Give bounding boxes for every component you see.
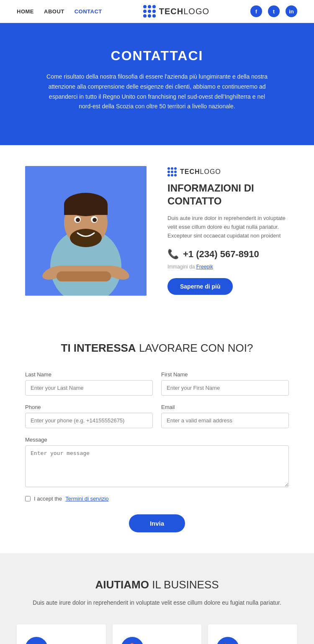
instagram-icon[interactable]: in (286, 5, 297, 17)
svg-point-10 (93, 218, 97, 222)
phone-input[interactable] (25, 413, 153, 428)
hero-title: CONTATTACI (42, 48, 272, 64)
contact-logo-dots (167, 167, 177, 176)
checkbox-text: I accept the (34, 496, 62, 502)
business-desc: Duis aute irure dolor in reprehenderit i… (17, 598, 297, 607)
nav-about[interactable]: ABOUT (44, 8, 64, 15)
social-icons: f t in (250, 5, 297, 17)
freepik-link[interactable]: Freepik (196, 264, 213, 270)
svg-point-6 (70, 229, 102, 247)
person-svg (25, 166, 147, 296)
svg-point-9 (76, 218, 80, 222)
business-section: AIUTIAMO IL BUSINESS Duis aute irure dol… (0, 553, 314, 644)
svg-rect-5 (64, 204, 108, 215)
navbar: HOME ABOUT CONTACT TECHLOGO f t in (0, 0, 314, 23)
email-input[interactable] (161, 413, 289, 428)
submit-button[interactable]: Invia (129, 514, 185, 532)
message-group: Message (25, 437, 289, 487)
image-credit: Immagini da Freepik (167, 264, 289, 270)
logo-text: TECHLOGO (159, 7, 209, 16)
terms-link[interactable]: Termini di servizio (65, 496, 108, 502)
svg-rect-14 (57, 271, 111, 281)
nav-home[interactable]: HOME (17, 8, 34, 15)
form-title: TI INTERESSA LAVORARE CON NOI? (25, 342, 289, 355)
nav-contact[interactable]: CONTACT (75, 8, 102, 15)
contact-details: TECHLOGO INFORMAZIONI DI CONTATTO Duis a… (167, 167, 289, 295)
facebook-icon[interactable]: f (250, 5, 262, 17)
hero-section: CONTATTACI Come risultato della nostra f… (0, 23, 314, 145)
first-name-group: First Name (161, 371, 289, 396)
location-card-icon: 📍 (121, 637, 144, 644)
person-photo (25, 166, 147, 296)
checkbox-row: I accept the Termini di servizio (25, 496, 289, 502)
message-label: Message (25, 437, 289, 443)
contact-logo: TECHLOGO (167, 167, 289, 176)
contact-form: Last Name First Name Phone Email Message (25, 371, 289, 532)
business-title: AIUTIAMO IL BUSINESS (17, 578, 297, 591)
phone-card-icon: 📞 (216, 637, 239, 644)
terms-checkbox[interactable] (25, 496, 31, 501)
logo-icon (143, 5, 156, 18)
phone-label: Phone (25, 404, 153, 410)
phone-line: 📞 +1 (234) 567-8910 (167, 249, 289, 260)
phone-icon: 📞 (167, 249, 179, 260)
email-group: Email (161, 404, 289, 428)
business-cards: ✉ Grafico a noi Il nostro team amichevol… (17, 624, 297, 644)
contact-photo-wrap (25, 166, 151, 296)
message-textarea[interactable] (25, 445, 289, 487)
email-label: Email (161, 404, 289, 410)
twitter-icon[interactable]: t (268, 5, 280, 17)
form-section: TI INTERESSA LAVORARE CON NOI? Last Name… (0, 317, 314, 553)
card-office: 📍 Ufficio Vieni a salutarci nel nostro u… (113, 624, 202, 644)
first-name-input[interactable] (161, 380, 289, 396)
email-card-icon: ✉ (25, 637, 48, 644)
form-grid: Last Name First Name Phone Email Message (25, 371, 289, 532)
last-name-input[interactable] (25, 380, 153, 396)
last-name-group: Last Name (25, 371, 153, 396)
first-name-label: First Name (161, 371, 289, 378)
nav-links: HOME ABOUT CONTACT (17, 8, 102, 15)
hero-description: Come risultato della nostra filosofia di… (42, 72, 272, 112)
contact-info-heading: INFORMAZIONI DI CONTATTO (167, 181, 289, 207)
learn-more-button[interactable]: Saperne di più (167, 278, 233, 295)
card-email: ✉ Grafico a noi Il nostro team amichevol… (17, 624, 106, 644)
logo: TECHLOGO (143, 5, 209, 18)
contact-info-desc: Duis aute irure dolor in reprehenderit i… (167, 214, 289, 240)
contact-info-section: TECHLOGO INFORMAZIONI DI CONTATTO Duis a… (0, 145, 314, 317)
submit-row: Invia (25, 514, 289, 532)
contact-logo-text: TECHLOGO (180, 168, 221, 176)
phone-group: Phone (25, 404, 153, 428)
phone-number: +1 (234) 567-8910 (183, 249, 259, 260)
card-phone: 📞 Telefono Dal lunedì al venerdì dalle 8… (208, 624, 297, 644)
last-name-label: Last Name (25, 371, 153, 378)
